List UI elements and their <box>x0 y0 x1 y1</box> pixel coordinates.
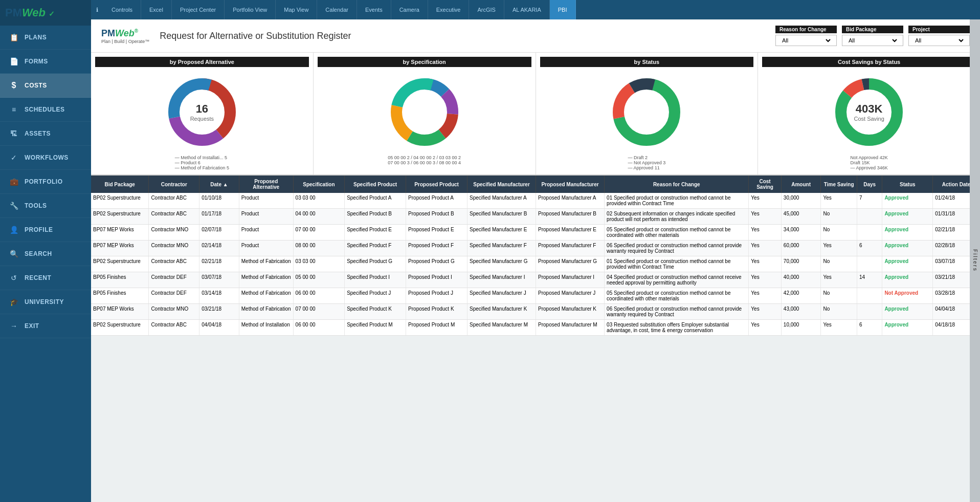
topnav-pbi[interactable]: PBI <box>550 0 576 19</box>
sidebar-item-forms[interactable]: 📄 FORMS <box>0 50 91 74</box>
th-cost-saving[interactable]: Cost Saving <box>749 176 782 193</box>
topnav-project-center[interactable]: Project Center <box>172 0 225 19</box>
th-specification[interactable]: Specification <box>293 176 345 193</box>
topnav-camera[interactable]: Camera <box>391 0 428 19</box>
sidebar-label-costs: COSTS <box>25 82 47 89</box>
cell-contractor: Contractor MNO <box>149 304 199 320</box>
topnav-calendar[interactable]: Calendar <box>317 0 357 19</box>
th-specified-product[interactable]: Specified Product <box>345 176 406 193</box>
profile-icon: 👤 <box>8 224 19 235</box>
sidebar-item-plans[interactable]: 📋 PLANS <box>0 26 91 50</box>
topnav-map-view[interactable]: Map View <box>276 0 317 19</box>
sidebar-label-exit: EXIT <box>25 322 39 330</box>
filter-label-reason: Reason for Change <box>775 26 837 33</box>
info-icon[interactable]: ℹ <box>91 7 103 13</box>
topnav-al-akaria[interactable]: AL AKARIA <box>504 0 550 19</box>
cell-contractor: Contractor ABC <box>149 256 199 272</box>
assets-icon: 🏗 <box>8 128 19 139</box>
sidebar-item-exit[interactable]: → EXIT <box>0 314 91 338</box>
topnav-excel[interactable]: Excel <box>141 0 172 19</box>
topnav-controls[interactable]: Controls <box>103 0 141 19</box>
cell-specified-product: Specified Product G <box>345 256 406 272</box>
sidebar-item-university[interactable]: 🎓 UNIVERSITY <box>0 290 91 314</box>
topnav-events[interactable]: Events <box>357 0 391 19</box>
sidebar-label-profile: PROFILE <box>25 226 53 233</box>
donut-center-proposed: 16 Requests <box>190 102 214 122</box>
th-proposed-alternative[interactable]: Proposed Alternative <box>239 176 293 193</box>
table-row[interactable]: BP07 MEP Works Contractor MNO 02/07/18 P… <box>91 225 980 241</box>
workflows-icon: ✓ <box>8 152 19 163</box>
table-row[interactable]: BP07 MEP Works Contractor MNO 02/14/18 P… <box>91 241 980 256</box>
topnav-executive[interactable]: Executive <box>428 0 470 19</box>
sidebar-item-tools[interactable]: 🔧 TOOLS <box>0 194 91 218</box>
donut-number-proposed: 16 <box>190 102 214 116</box>
table-row[interactable]: BP02 Superstructure Contractor ABC 01/17… <box>91 209 980 225</box>
table-row[interactable]: BP05 Finishes Contractor DEF 03/14/18 Me… <box>91 288 980 304</box>
cell-contractor: Contractor DEF <box>149 272 199 288</box>
th-proposed-product[interactable]: Proposed Product <box>406 176 467 193</box>
th-bid-package[interactable]: Bid Package <box>91 176 149 193</box>
chart-specification: by Specification 05 00 00 2 / 04 00 00 2… <box>314 53 536 174</box>
cell-cost-saving: Yes <box>749 304 782 320</box>
cell-specification: 04 00 00 <box>293 209 345 225</box>
table-row[interactable]: BP07 MEP Works Contractor MNO 03/21/18 M… <box>91 304 980 320</box>
reason-select[interactable]: All <box>780 37 832 44</box>
cell-time-saving: No <box>821 209 857 225</box>
cell-bid-package: BP07 MEP Works <box>91 304 149 320</box>
donut-label-cost: Cost Saving <box>854 116 884 122</box>
sidebar-item-costs[interactable]: $ COSTS <box>0 74 91 98</box>
cell-proposed-alternative: Method of Fabrication <box>239 304 293 320</box>
table-row[interactable]: BP02 Superstructure Contractor ABC 04/04… <box>91 320 980 336</box>
cell-proposed-alternative: Method of Installation <box>239 320 293 336</box>
cell-bid-package: BP02 Superstructure <box>91 320 149 336</box>
cell-proposed-product: Proposed Product G <box>406 256 467 272</box>
cell-status: Approved <box>882 241 933 256</box>
cell-cost-saving: Yes <box>749 272 782 288</box>
sidebar-item-workflows[interactable]: ✓ WORKFLOWS <box>0 146 91 170</box>
sidebar-label-university: UNIVERSITY <box>25 298 64 305</box>
cell-specified-manufacturer: Specified Manufacturer I <box>467 272 536 288</box>
th-days[interactable]: Days <box>857 176 882 193</box>
table-row[interactable]: BP02 Superstructure Contractor ABC 01/10… <box>91 193 980 209</box>
filters-side-panel[interactable]: Filters <box>970 19 980 502</box>
th-proposed-manufacturer[interactable]: Proposed Manufacturer <box>536 176 605 193</box>
cell-days <box>857 304 882 320</box>
filter-select-project[interactable]: All <box>908 35 970 46</box>
cell-specification: 03 03 00 <box>293 256 345 272</box>
th-time-saving[interactable]: Time Saving <box>821 176 857 193</box>
recent-icon: ↺ <box>8 272 19 283</box>
cell-proposed-manufacturer: Proposed Manufacturer E <box>536 225 605 241</box>
table-row[interactable]: BP02 Superstructure Contractor ABC 02/21… <box>91 256 980 272</box>
topnav-portfolio-view[interactable]: Portfolio View <box>225 0 276 19</box>
th-amount[interactable]: Amount <box>781 176 821 193</box>
cell-reason-for-change: 02 Subsequent information or changes ind… <box>605 209 749 225</box>
table-row[interactable]: BP05 Finishes Contractor DEF 03/07/18 Me… <box>91 272 980 288</box>
th-specified-manufacturer[interactable]: Specified Manufacturer <box>467 176 536 193</box>
cell-bid-package: BP05 Finishes <box>91 272 149 288</box>
sidebar-item-portfolio[interactable]: 💼 PORTFOLIO <box>0 170 91 194</box>
sidebar-item-search[interactable]: 🔍 SEARCH <box>0 242 91 266</box>
sidebar-item-profile[interactable]: 👤 PROFILE <box>0 218 91 242</box>
th-status[interactable]: Status <box>882 176 933 193</box>
filter-select-reason[interactable]: All <box>775 35 837 46</box>
logo-text: PMWeb® <box>101 28 149 39</box>
cell-date: 03/21/18 <box>199 304 239 320</box>
cell-proposed-alternative: Product <box>239 241 293 256</box>
sidebar-item-schedules[interactable]: ≡ SCHEDULES <box>0 98 91 122</box>
cell-amount: 10,000 <box>781 320 821 336</box>
filter-select-bid[interactable]: All <box>842 35 903 46</box>
th-date[interactable]: Date ▲ <box>199 176 239 193</box>
project-select[interactable]: All <box>913 37 965 44</box>
sidebar-item-recent[interactable]: ↺ RECENT <box>0 266 91 290</box>
chart-cost-savings: Cost Savings by Status 403K Cost Saving … <box>758 53 980 174</box>
donut-label-proposed: Requests <box>190 116 214 122</box>
cell-days: 6 <box>857 241 882 256</box>
th-contractor[interactable]: Contractor <box>149 176 199 193</box>
th-reason-for-change[interactable]: Reason for Change <box>605 176 749 193</box>
sidebar-item-assets[interactable]: 🏗 ASSETS <box>0 122 91 146</box>
cell-status: Approved <box>882 193 933 209</box>
cell-contractor: Contractor ABC <box>149 193 199 209</box>
topnav-arcgis[interactable]: ArcGIS <box>469 0 504 19</box>
exit-icon: → <box>8 320 19 332</box>
bid-select[interactable]: All <box>847 37 899 44</box>
